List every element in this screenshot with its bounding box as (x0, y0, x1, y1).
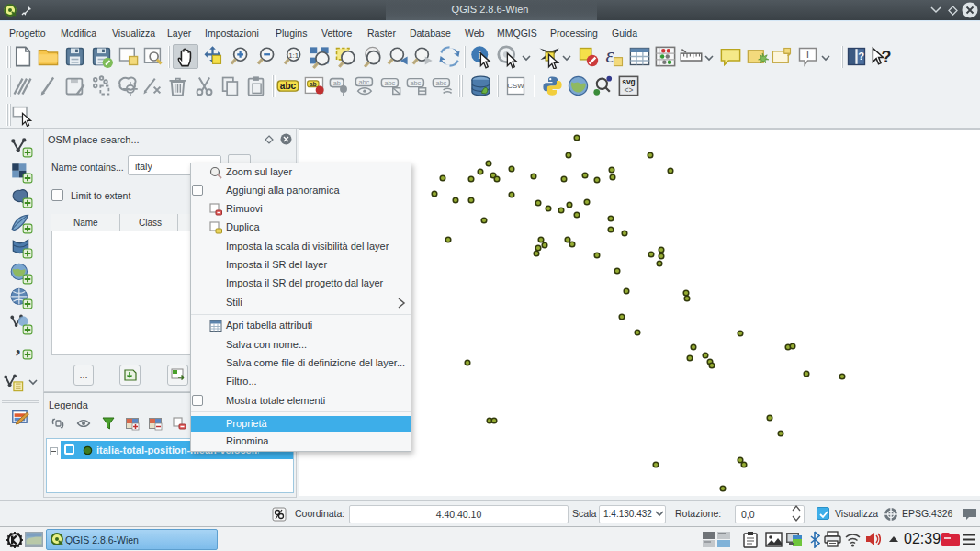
svg-text:?: ? (881, 48, 891, 66)
svg-text:ε: ε (605, 44, 614, 67)
svg-text:1:1: 1:1 (288, 51, 299, 59)
svg-text:abc: abc (358, 77, 369, 85)
svg-text:abc: abc (435, 78, 446, 86)
svg-text:ab: ab (332, 78, 340, 86)
svg-text:,: , (16, 337, 20, 357)
svg-text:?: ? (858, 50, 864, 61)
svg-text:abc: abc (384, 78, 395, 86)
svg-text:ab: ab (309, 80, 316, 86)
svg-text:CSW: CSW (507, 82, 524, 90)
svg-text:T: T (805, 48, 811, 59)
svg-text:abc: abc (279, 80, 296, 90)
svg-text:<>: <> (624, 85, 633, 95)
svg-text:abc: abc (410, 78, 421, 86)
